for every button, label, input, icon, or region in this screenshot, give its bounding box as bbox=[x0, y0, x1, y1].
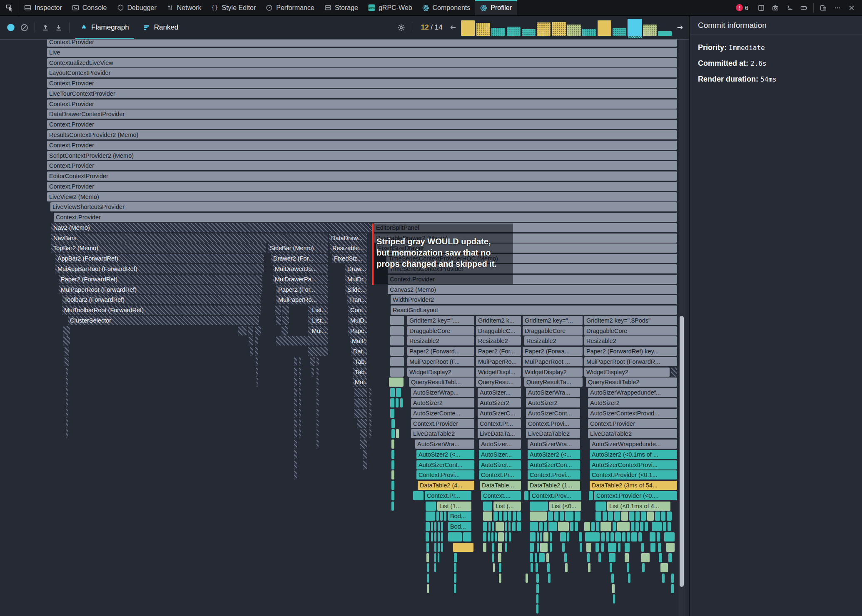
flame-node[interactable] bbox=[575, 512, 580, 521]
error-badge[interactable]: ! 6 bbox=[736, 4, 748, 11]
flame-node[interactable]: ClusterSelector bbox=[68, 316, 259, 325]
flame-node[interactable] bbox=[390, 357, 404, 366]
flame-node[interactable] bbox=[391, 470, 394, 479]
screenshot-button[interactable] bbox=[768, 2, 782, 14]
tab-flamegraph[interactable]: Flamegraph bbox=[73, 16, 136, 39]
flame-node[interactable] bbox=[499, 574, 501, 583]
flame-node[interactable]: Resizable2 bbox=[584, 336, 677, 345]
flame-node[interactable] bbox=[640, 522, 643, 531]
flame-node[interactable]: AutoSizerWra... bbox=[526, 388, 580, 397]
flame-node[interactable] bbox=[543, 532, 548, 541]
flame-node[interactable] bbox=[495, 532, 497, 541]
flame-node[interactable] bbox=[369, 388, 371, 397]
flame-node[interactable]: MuiD... bbox=[348, 316, 367, 325]
flame-node[interactable] bbox=[548, 512, 553, 521]
flame-node[interactable] bbox=[668, 522, 671, 531]
flame-node[interactable] bbox=[448, 532, 462, 541]
flame-node[interactable] bbox=[498, 543, 502, 552]
flame-node[interactable] bbox=[625, 543, 630, 552]
flame-node[interactable] bbox=[316, 409, 319, 418]
flame-node[interactable] bbox=[438, 522, 440, 531]
flame-node[interactable] bbox=[635, 522, 639, 531]
flame-node[interactable] bbox=[499, 563, 501, 572]
flame-node[interactable] bbox=[390, 409, 394, 418]
flame-node[interactable] bbox=[536, 584, 539, 593]
flame-node[interactable] bbox=[524, 491, 528, 500]
settings-button[interactable] bbox=[395, 21, 408, 34]
previous-commit-button[interactable] bbox=[447, 21, 459, 34]
rulers-button[interactable] bbox=[782, 2, 797, 14]
flame-node[interactable] bbox=[631, 522, 634, 531]
flame-node[interactable]: FixedSiz... bbox=[332, 254, 367, 263]
flame-node[interactable] bbox=[610, 532, 614, 541]
flame-node[interactable] bbox=[617, 522, 630, 531]
flame-node[interactable]: Context.Provider bbox=[588, 419, 677, 428]
flame-node[interactable] bbox=[434, 553, 436, 562]
flame-node[interactable] bbox=[65, 357, 69, 366]
flame-node[interactable] bbox=[531, 563, 533, 572]
flame-node[interactable] bbox=[666, 543, 675, 552]
tab-storage[interactable]: Storage bbox=[319, 0, 363, 15]
flame-node[interactable] bbox=[530, 532, 536, 541]
flame-node[interactable] bbox=[610, 563, 612, 572]
flame-node[interactable] bbox=[248, 326, 253, 335]
flame-node[interactable] bbox=[390, 368, 404, 377]
flame-node[interactable] bbox=[294, 460, 297, 469]
flame-node[interactable]: Context.Provi... bbox=[528, 470, 580, 479]
commit-bar-9[interactable] bbox=[582, 17, 597, 38]
flame-node[interactable] bbox=[434, 543, 436, 552]
flame-node[interactable]: DraggableCore bbox=[407, 326, 474, 335]
flame-node[interactable] bbox=[363, 450, 367, 459]
flame-node[interactable] bbox=[598, 553, 601, 562]
flame-node[interactable] bbox=[391, 491, 394, 500]
flame-node[interactable] bbox=[444, 512, 446, 521]
close-toolbox-button[interactable] bbox=[845, 2, 859, 14]
flame-node[interactable]: LiveView2 (Memo) bbox=[47, 192, 677, 201]
tab-ranked[interactable]: Ranked bbox=[136, 16, 186, 39]
flame-node[interactable] bbox=[641, 512, 646, 521]
flame-node[interactable] bbox=[641, 553, 650, 562]
flame-node[interactable] bbox=[276, 316, 281, 325]
flame-node[interactable] bbox=[585, 532, 600, 541]
flame-node[interactable] bbox=[316, 419, 319, 428]
flame-node[interactable] bbox=[589, 491, 593, 500]
flame-node[interactable]: DataTable2 (3ms of 54... bbox=[590, 481, 677, 490]
flame-node[interactable]: LiveTourContextProvider bbox=[47, 89, 677, 98]
flame-node[interactable]: LiveDataTable2 bbox=[411, 429, 474, 438]
flame-node[interactable]: Context.Provider bbox=[47, 40, 677, 47]
flame-node[interactable] bbox=[396, 429, 399, 438]
flame-node[interactable] bbox=[580, 543, 582, 552]
export-profile-button[interactable] bbox=[52, 21, 65, 34]
flame-node[interactable] bbox=[660, 563, 668, 572]
flame-node[interactable] bbox=[611, 574, 614, 583]
flame-node[interactable] bbox=[505, 522, 507, 531]
flame-node[interactable] bbox=[275, 306, 281, 315]
flame-node[interactable]: LiveDataTable2 bbox=[526, 429, 580, 438]
flame-node[interactable]: Tab... bbox=[353, 368, 367, 377]
flame-node[interactable] bbox=[434, 532, 436, 541]
flame-node[interactable] bbox=[276, 336, 328, 345]
flame-node[interactable]: MuiToolbarRoot (ForwardRef) bbox=[62, 306, 261, 315]
flame-node[interactable] bbox=[659, 553, 662, 562]
commit-bar-13[interactable] bbox=[642, 17, 657, 38]
flame-node[interactable] bbox=[389, 378, 404, 387]
flame-node[interactable] bbox=[66, 378, 68, 387]
flame-node[interactable] bbox=[622, 532, 625, 541]
commit-bar-6[interactable] bbox=[536, 17, 551, 38]
flame-node[interactable] bbox=[438, 553, 439, 562]
flame-node[interactable]: DraggableC... bbox=[476, 326, 521, 335]
flame-node[interactable] bbox=[658, 543, 661, 552]
tab-grpc-web[interactable]: gRPCgRPC-Web bbox=[363, 0, 417, 15]
flame-node[interactable]: GridItem2 k... bbox=[476, 316, 521, 325]
flame-node[interactable] bbox=[530, 502, 548, 511]
flame-node[interactable]: Paper2 (Forwa... bbox=[523, 347, 583, 356]
tab-performance[interactable]: Performance bbox=[261, 0, 319, 15]
flame-node[interactable] bbox=[354, 398, 367, 407]
flame-node[interactable] bbox=[299, 429, 301, 438]
commit-bar-10[interactable] bbox=[597, 17, 612, 38]
tab-style-editor[interactable]: {}Style Editor bbox=[206, 0, 261, 15]
flame-node[interactable]: MuiDr... bbox=[345, 275, 367, 284]
flame-node[interactable]: Context.Provider bbox=[47, 79, 677, 88]
flame-node[interactable]: Live bbox=[47, 48, 677, 57]
flame-node[interactable] bbox=[434, 522, 436, 531]
